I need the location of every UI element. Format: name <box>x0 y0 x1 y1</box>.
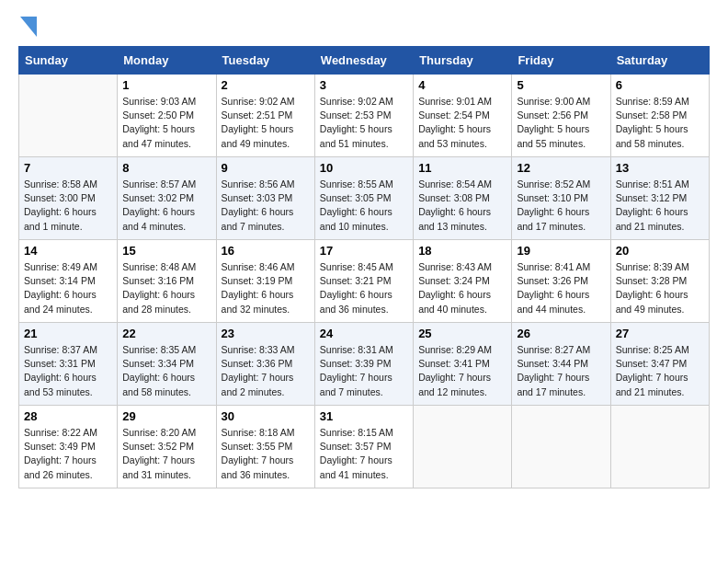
day-number: 5 <box>517 78 605 92</box>
day-info: Sunrise: 8:37 AMSunset: 3:31 PMDaylight:… <box>24 343 112 399</box>
day-info: Sunrise: 9:03 AMSunset: 2:50 PMDaylight:… <box>122 95 210 151</box>
logo <box>18 18 37 37</box>
calendar-week-row: 28Sunrise: 8:22 AMSunset: 3:49 PMDayligh… <box>19 406 710 488</box>
column-header-monday: Monday <box>118 47 216 75</box>
column-header-sunday: Sunday <box>19 47 118 75</box>
calendar-header-row: SundayMondayTuesdayWednesdayThursdayFrid… <box>19 47 710 75</box>
day-info: Sunrise: 8:41 AMSunset: 3:26 PMDaylight:… <box>517 260 605 316</box>
day-info: Sunrise: 8:48 AMSunset: 3:16 PMDaylight:… <box>122 260 210 316</box>
day-number: 26 <box>517 327 605 340</box>
day-info: Sunrise: 8:49 AMSunset: 3:14 PMDaylight:… <box>24 260 112 316</box>
calendar-cell: 15Sunrise: 8:48 AMSunset: 3:16 PMDayligh… <box>118 240 216 323</box>
calendar-cell: 19Sunrise: 8:41 AMSunset: 3:26 PMDayligh… <box>512 240 610 323</box>
day-number: 24 <box>320 327 408 340</box>
day-info: Sunrise: 8:52 AMSunset: 3:10 PMDaylight:… <box>517 178 605 234</box>
calendar-cell: 29Sunrise: 8:20 AMSunset: 3:52 PMDayligh… <box>118 406 216 488</box>
day-info: Sunrise: 8:56 AMSunset: 3:03 PMDaylight:… <box>222 178 310 234</box>
calendar-cell: 24Sunrise: 8:31 AMSunset: 3:39 PMDayligh… <box>314 323 413 406</box>
calendar-cell: 20Sunrise: 8:39 AMSunset: 3:28 PMDayligh… <box>610 240 709 323</box>
day-number: 15 <box>122 244 210 258</box>
day-number: 18 <box>418 244 506 258</box>
calendar-cell: 13Sunrise: 8:51 AMSunset: 3:12 PMDayligh… <box>610 157 709 240</box>
day-number: 4 <box>418 78 506 92</box>
day-info: Sunrise: 9:02 AMSunset: 2:51 PMDaylight:… <box>222 95 310 151</box>
day-number: 8 <box>122 161 210 175</box>
day-number: 9 <box>222 161 310 175</box>
calendar-cell: 28Sunrise: 8:22 AMSunset: 3:49 PMDayligh… <box>19 406 118 488</box>
day-number: 3 <box>320 78 408 92</box>
day-number: 2 <box>222 78 310 92</box>
calendar-cell: 12Sunrise: 8:52 AMSunset: 3:10 PMDayligh… <box>512 157 610 240</box>
column-header-wednesday: Wednesday <box>314 47 413 75</box>
calendar-week-row: 7Sunrise: 8:58 AMSunset: 3:00 PMDaylight… <box>19 157 710 240</box>
day-info: Sunrise: 8:46 AMSunset: 3:19 PMDaylight:… <box>222 260 310 316</box>
calendar-cell: 7Sunrise: 8:58 AMSunset: 3:00 PMDaylight… <box>19 157 118 240</box>
calendar-cell: 1Sunrise: 9:03 AMSunset: 2:50 PMDaylight… <box>118 75 216 157</box>
calendar-cell: 26Sunrise: 8:27 AMSunset: 3:44 PMDayligh… <box>512 323 610 406</box>
day-info: Sunrise: 8:51 AMSunset: 3:12 PMDaylight:… <box>616 178 704 234</box>
calendar-cell: 2Sunrise: 9:02 AMSunset: 2:51 PMDaylight… <box>216 75 314 157</box>
day-info: Sunrise: 9:00 AMSunset: 2:56 PMDaylight:… <box>517 95 605 151</box>
calendar-cell <box>512 406 610 488</box>
calendar-cell: 21Sunrise: 8:37 AMSunset: 3:31 PMDayligh… <box>19 323 118 406</box>
day-number: 21 <box>24 327 112 340</box>
day-info: Sunrise: 8:33 AMSunset: 3:36 PMDaylight:… <box>222 343 310 399</box>
day-number: 13 <box>616 161 704 175</box>
calendar-cell: 14Sunrise: 8:49 AMSunset: 3:14 PMDayligh… <box>19 240 118 323</box>
day-number: 30 <box>222 409 310 423</box>
day-number: 31 <box>320 409 408 423</box>
calendar-cell: 22Sunrise: 8:35 AMSunset: 3:34 PMDayligh… <box>118 323 216 406</box>
day-info: Sunrise: 8:54 AMSunset: 3:08 PMDaylight:… <box>418 178 506 234</box>
day-info: Sunrise: 8:22 AMSunset: 3:49 PMDaylight:… <box>24 426 112 482</box>
day-info: Sunrise: 8:20 AMSunset: 3:52 PMDaylight:… <box>122 426 210 482</box>
calendar-cell: 30Sunrise: 8:18 AMSunset: 3:55 PMDayligh… <box>216 406 314 488</box>
day-number: 28 <box>24 409 112 423</box>
calendar-cell: 8Sunrise: 8:57 AMSunset: 3:02 PMDaylight… <box>118 157 216 240</box>
day-number: 22 <box>122 327 210 340</box>
calendar-week-row: 14Sunrise: 8:49 AMSunset: 3:14 PMDayligh… <box>19 240 710 323</box>
day-info: Sunrise: 8:55 AMSunset: 3:05 PMDaylight:… <box>320 178 408 234</box>
column-header-friday: Friday <box>512 47 610 75</box>
logo-icon <box>20 17 37 37</box>
calendar-week-row: 1Sunrise: 9:03 AMSunset: 2:50 PMDaylight… <box>19 75 710 157</box>
day-info: Sunrise: 8:45 AMSunset: 3:21 PMDaylight:… <box>320 260 408 316</box>
svg-marker-0 <box>20 17 37 37</box>
calendar-cell: 23Sunrise: 8:33 AMSunset: 3:36 PMDayligh… <box>216 323 314 406</box>
day-number: 23 <box>222 327 310 340</box>
calendar-cell: 10Sunrise: 8:55 AMSunset: 3:05 PMDayligh… <box>314 157 413 240</box>
day-info: Sunrise: 8:18 AMSunset: 3:55 PMDaylight:… <box>222 426 310 482</box>
calendar-cell: 16Sunrise: 8:46 AMSunset: 3:19 PMDayligh… <box>216 240 314 323</box>
calendar-cell: 27Sunrise: 8:25 AMSunset: 3:47 PMDayligh… <box>610 323 709 406</box>
day-info: Sunrise: 8:25 AMSunset: 3:47 PMDaylight:… <box>616 343 704 399</box>
day-number: 19 <box>517 244 605 258</box>
day-number: 10 <box>320 161 408 175</box>
calendar-week-row: 21Sunrise: 8:37 AMSunset: 3:31 PMDayligh… <box>19 323 710 406</box>
column-header-tuesday: Tuesday <box>216 47 314 75</box>
calendar-cell: 31Sunrise: 8:15 AMSunset: 3:57 PMDayligh… <box>314 406 413 488</box>
column-header-thursday: Thursday <box>414 47 512 75</box>
day-info: Sunrise: 8:39 AMSunset: 3:28 PMDaylight:… <box>616 260 704 316</box>
day-number: 16 <box>222 244 310 258</box>
day-info: Sunrise: 8:31 AMSunset: 3:39 PMDaylight:… <box>320 343 408 399</box>
day-info: Sunrise: 8:15 AMSunset: 3:57 PMDaylight:… <box>320 426 408 482</box>
day-info: Sunrise: 8:35 AMSunset: 3:34 PMDaylight:… <box>122 343 210 399</box>
calendar-cell: 6Sunrise: 8:59 AMSunset: 2:58 PMDaylight… <box>610 75 709 157</box>
day-number: 29 <box>122 409 210 423</box>
day-info: Sunrise: 8:43 AMSunset: 3:24 PMDaylight:… <box>418 260 506 316</box>
day-number: 12 <box>517 161 605 175</box>
calendar-cell: 3Sunrise: 9:02 AMSunset: 2:53 PMDaylight… <box>314 75 413 157</box>
calendar-cell: 9Sunrise: 8:56 AMSunset: 3:03 PMDaylight… <box>216 157 314 240</box>
day-info: Sunrise: 8:27 AMSunset: 3:44 PMDaylight:… <box>517 343 605 399</box>
day-number: 17 <box>320 244 408 258</box>
calendar-cell: 5Sunrise: 9:00 AMSunset: 2:56 PMDaylight… <box>512 75 610 157</box>
column-header-saturday: Saturday <box>610 47 709 75</box>
calendar-cell: 17Sunrise: 8:45 AMSunset: 3:21 PMDayligh… <box>314 240 413 323</box>
calendar-cell: 18Sunrise: 8:43 AMSunset: 3:24 PMDayligh… <box>414 240 512 323</box>
calendar-cell: 25Sunrise: 8:29 AMSunset: 3:41 PMDayligh… <box>414 323 512 406</box>
day-info: Sunrise: 8:58 AMSunset: 3:00 PMDaylight:… <box>24 178 112 234</box>
calendar-cell <box>19 75 118 157</box>
day-info: Sunrise: 9:01 AMSunset: 2:54 PMDaylight:… <box>418 95 506 151</box>
day-info: Sunrise: 8:57 AMSunset: 3:02 PMDaylight:… <box>122 178 210 234</box>
day-number: 25 <box>418 327 506 340</box>
day-info: Sunrise: 8:59 AMSunset: 2:58 PMDaylight:… <box>616 95 704 151</box>
